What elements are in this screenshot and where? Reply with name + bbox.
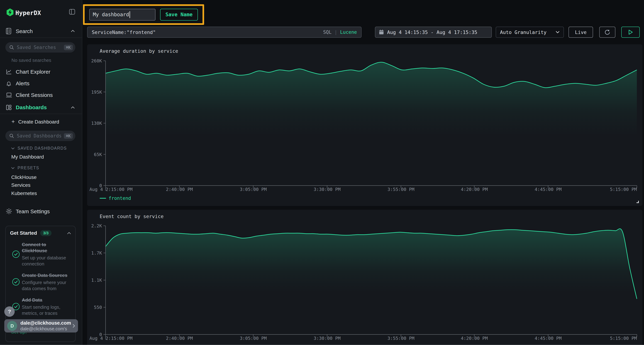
get-started-step: Create Data Sources Configure where your… xyxy=(6,272,75,292)
section-presets[interactable]: PRESETS xyxy=(11,166,39,170)
sidebar-item-team-settings[interactable]: Team Settings xyxy=(0,206,82,217)
chevron-down-icon xyxy=(11,167,15,169)
section-label: PRESETS xyxy=(18,166,39,170)
progress-badge: 3/3 xyxy=(40,230,52,236)
time-range-value: Aug 4 14:15:35 - Aug 4 17:15:35 xyxy=(387,29,477,35)
saved-searches-input[interactable]: Saved Searches ⌘K xyxy=(5,42,75,52)
chevron-up-icon xyxy=(67,232,71,234)
legend-series-label: frontend xyxy=(108,196,131,201)
preset-item-services[interactable]: Services xyxy=(11,182,30,188)
x-tick-label: 3:05:00 PM xyxy=(240,187,267,192)
check-circle-icon xyxy=(10,242,22,267)
x-tick-label: 2:40:00 PM xyxy=(166,336,193,341)
y-tick-label: 130K xyxy=(91,121,102,126)
saved-dashboard-item[interactable]: My Dashboard xyxy=(11,154,44,160)
create-dashboard-button[interactable]: + Create Dashboard xyxy=(0,117,82,127)
gear-icon xyxy=(6,208,12,215)
y-tick-label: 550 xyxy=(94,305,102,310)
toggle-divider: | xyxy=(334,29,337,35)
search-icon xyxy=(9,45,14,50)
brand-title: HyperDX xyxy=(16,9,41,16)
search-icon xyxy=(9,134,14,138)
section-saved-dashboards[interactable]: SAVED DASHBOARDS xyxy=(11,146,67,151)
step-title[interactable]: Add Data xyxy=(22,297,71,303)
save-name-button[interactable]: Save Name xyxy=(160,9,198,20)
y-tick-label: 195K xyxy=(91,89,102,95)
laptop-icon xyxy=(6,92,12,98)
shortcut-badge: ⌘K xyxy=(64,133,73,139)
sidebar-item-label: Search xyxy=(16,28,33,34)
y-tick-label: 1.1K xyxy=(91,278,102,283)
avatar: D xyxy=(7,321,17,331)
panel-resize-handle[interactable] xyxy=(636,201,639,203)
x-tick-label: 3:05:00 PM xyxy=(240,336,267,341)
shortcut-badge: ⌘K xyxy=(64,45,73,50)
x-tick-label: Aug 4 2:15:00 PM xyxy=(90,336,132,341)
chevron-right-icon xyxy=(73,324,75,328)
x-tick-label: 3:55:00 PM xyxy=(388,336,414,341)
y-tick-label: 260K xyxy=(91,58,102,63)
query-value: ServiceName:"frontend" xyxy=(92,29,323,35)
y-tick-label: 2.2K xyxy=(91,223,102,228)
step-title[interactable]: Connect to ClickHouse xyxy=(22,242,71,254)
duration-chart[interactable]: 065K130K195K260KAug 4 2:15:00 PM2:40:00 … xyxy=(87,44,642,206)
user-email: dale@clickhouse.com xyxy=(20,320,73,326)
saved-dashboards-input[interactable]: Saved Dashboards ⌘K xyxy=(5,131,75,141)
get-started-step: Add Data Start sending logs, metrics, or… xyxy=(6,297,75,316)
live-button[interactable]: Live xyxy=(568,27,593,38)
granularity-select[interactable]: Auto Granularity xyxy=(496,27,564,38)
text-caret xyxy=(130,11,130,18)
sidebar-item-label: Chart Explorer xyxy=(16,69,50,75)
sidebar-item-client-sessions[interactable]: Client Sessions xyxy=(0,89,82,101)
chart-legend[interactable]: frontend xyxy=(100,196,131,201)
x-tick-label: 4:20:00 PM xyxy=(461,336,488,341)
x-tick-label: 4:45:00 PM xyxy=(535,187,562,192)
get-started-title: Get Started xyxy=(10,230,37,236)
plus-icon: + xyxy=(12,118,15,125)
sidebar-item-label: Dashboards xyxy=(16,104,47,110)
saved-dashboards-placeholder: Saved Dashboards xyxy=(17,133,64,139)
lucene-toggle[interactable]: Lucene xyxy=(340,29,357,35)
sidebar-item-alerts[interactable]: Alerts xyxy=(0,78,82,89)
preset-item-kubernetes[interactable]: Kubernetes xyxy=(11,191,37,196)
collapse-sidebar-icon[interactable] xyxy=(69,9,75,15)
x-tick-label: 5:15:00 PM xyxy=(610,336,637,341)
sidebar-divider xyxy=(0,37,82,38)
x-tick-label: 3:30:00 PM xyxy=(314,187,340,192)
refresh-icon xyxy=(604,29,611,35)
calendar-icon xyxy=(379,29,384,35)
legend-line-swatch xyxy=(100,198,106,199)
chevron-up-icon xyxy=(71,30,75,32)
x-tick-label: Aug 4 2:15:00 PM xyxy=(90,187,132,192)
event-count-chart[interactable]: 05501.1K1.7K2.2KAug 4 2:15:00 PM2:40:00 … xyxy=(87,210,642,345)
sidebar-item-dashboards[interactable]: Dashboards xyxy=(0,102,82,113)
time-range-picker[interactable]: Aug 4 14:15:35 - Aug 4 17:15:35 xyxy=(375,27,492,38)
y-tick-label: 1.7K xyxy=(91,250,102,256)
sidebar-item-search[interactable]: Search xyxy=(0,27,82,37)
get-started-header[interactable]: Get Started 3/3 xyxy=(6,226,75,236)
sidebar-item-chart-explorer[interactable]: Chart Explorer xyxy=(0,66,82,78)
user-profile-card[interactable]: D dale@clickhouse.com dale@clickhouse.co… xyxy=(4,319,78,333)
dashboard-name-input[interactable]: My dashboard xyxy=(89,9,156,20)
help-label: ? xyxy=(8,309,11,315)
chart-explorer-icon xyxy=(6,69,12,75)
x-tick-label: 4:20:00 PM xyxy=(461,187,488,192)
dashboard-name-value: My dashboard xyxy=(93,12,129,17)
refresh-button[interactable] xyxy=(599,27,616,38)
help-button[interactable]: ? xyxy=(4,306,15,317)
chart-title: Event count by service xyxy=(100,214,164,219)
play-button[interactable] xyxy=(621,27,640,38)
step-description: Start sending logs, metrics, or traces xyxy=(22,304,71,316)
x-tick-label: 5:15:00 PM xyxy=(610,187,637,192)
search-journal-icon xyxy=(6,27,12,35)
preset-item-clickhouse[interactable]: ClickHouse xyxy=(11,174,37,180)
dashboards-grid-icon xyxy=(6,104,12,110)
chevron-down-icon xyxy=(11,147,15,149)
x-tick-label: 3:30:00 PM xyxy=(314,336,340,341)
sql-toggle[interactable]: SQL xyxy=(323,29,332,35)
sidebar-item-label: Team Settings xyxy=(16,208,50,215)
get-started-step: Connect to ClickHouse Set up your databa… xyxy=(6,242,75,267)
x-tick-label: 2:40:00 PM xyxy=(166,187,193,192)
search-query-input[interactable]: ServiceName:"frontend" SQL | Lucene xyxy=(87,27,362,38)
step-title[interactable]: Create Data Sources xyxy=(22,272,71,278)
